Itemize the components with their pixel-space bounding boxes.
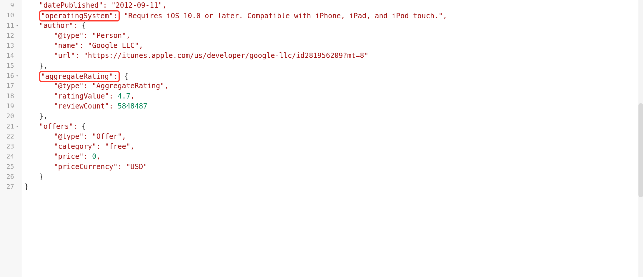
code-line[interactable]: "category": "free", xyxy=(24,141,644,151)
code-line[interactable]: } xyxy=(24,182,644,192)
line-number-value: 21 xyxy=(6,121,14,131)
fold-toggle-icon[interactable]: ▾ xyxy=(15,121,18,131)
json-key: "reviewCount" xyxy=(54,102,109,110)
json-punct: , xyxy=(164,82,169,90)
json-brace: }, xyxy=(39,62,48,70)
code-line[interactable]: "reviewCount": 5848487 xyxy=(24,101,644,111)
code-line[interactable]: "offers": { xyxy=(24,121,644,131)
line-number-value: 18 xyxy=(6,91,14,101)
line-number-value: 20 xyxy=(6,111,14,121)
json-punct: , xyxy=(96,152,101,161)
code-editor[interactable]: 91011▾1213141516▾1718192021▾222324252627… xyxy=(0,0,644,277)
json-key: "@type" xyxy=(54,82,84,90)
line-number: 18 xyxy=(2,91,18,101)
json-brace: { xyxy=(124,72,128,81)
line-number-value: 14 xyxy=(6,51,14,61)
line-number: 24 xyxy=(2,151,18,161)
line-number-value: 23 xyxy=(6,141,14,151)
json-key: "aggregateRating" xyxy=(41,72,113,81)
json-value: "Offer" xyxy=(92,132,122,141)
json-value: "https://itunes.apple.com/us/developer/g… xyxy=(84,51,368,60)
line-number-value: 9 xyxy=(10,0,14,10)
line-number-value: 26 xyxy=(6,172,14,182)
fold-toggle-icon[interactable]: ▾ xyxy=(15,21,18,31)
json-key: "@type" xyxy=(54,31,84,40)
json-key: "url" xyxy=(54,51,75,60)
code-line[interactable]: "url": "https://itunes.apple.com/us/deve… xyxy=(24,51,644,61)
code-line[interactable]: }, xyxy=(24,111,644,121)
highlight-box: "operatingSystem": xyxy=(39,10,120,21)
line-number: 16▾ xyxy=(2,71,18,81)
json-punct: , xyxy=(162,1,167,9)
code-line[interactable]: "price": 0, xyxy=(24,151,644,161)
code-line[interactable]: "aggregateRating": { xyxy=(24,71,644,81)
json-key: "author" xyxy=(39,21,73,30)
json-brace: }, xyxy=(39,112,48,120)
json-value: "Requires iOS 10.0 or later. Compatible … xyxy=(124,12,443,20)
line-number-value: 27 xyxy=(6,182,14,192)
line-number: 26 xyxy=(2,172,18,182)
json-value: "2012-09-11" xyxy=(112,1,162,9)
json-punct: , xyxy=(443,12,447,20)
code-line[interactable]: } xyxy=(24,172,644,182)
code-line[interactable]: "@type": "AggregateRating", xyxy=(24,81,644,91)
json-value: "Person" xyxy=(92,31,126,40)
line-number: 25 xyxy=(2,162,18,172)
line-number-value: 10 xyxy=(6,10,14,20)
json-punct: , xyxy=(122,132,126,141)
code-line[interactable]: "name": "Google LLC", xyxy=(24,41,644,51)
line-number-value: 25 xyxy=(6,162,14,172)
json-key: "name" xyxy=(54,41,79,50)
json-key: "@type" xyxy=(54,132,84,141)
json-punct: , xyxy=(139,41,143,50)
json-value: "USD" xyxy=(126,163,147,171)
json-punct: , xyxy=(130,92,134,100)
code-line[interactable]: "ratingValue": 4.7, xyxy=(24,91,644,101)
line-number: 13 xyxy=(2,41,18,51)
json-key: "price" xyxy=(54,152,84,161)
code-line[interactable]: "priceCurrency": "USD" xyxy=(24,162,644,172)
json-value: "Google LLC" xyxy=(88,41,139,50)
fold-toggle-icon[interactable]: ▾ xyxy=(15,71,18,81)
line-number: 14 xyxy=(2,51,18,61)
line-number-value: 19 xyxy=(6,101,14,111)
json-punct: , xyxy=(126,31,130,40)
line-number: 15 xyxy=(2,61,18,71)
json-brace: } xyxy=(24,183,29,191)
json-value: 5848487 xyxy=(118,102,147,110)
code-line[interactable]: "datePublished": "2012-09-11", xyxy=(24,0,644,10)
highlight-box: "aggregateRating": xyxy=(39,71,120,82)
code-line[interactable]: "author": { xyxy=(24,21,644,31)
scrollbar-thumb[interactable] xyxy=(638,103,643,197)
line-number-value: 13 xyxy=(6,41,14,51)
json-key: "datePublished" xyxy=(39,1,103,9)
line-number: 12 xyxy=(2,31,18,41)
line-number-value: 22 xyxy=(6,131,14,141)
json-punct: , xyxy=(130,142,134,151)
line-number-value: 12 xyxy=(6,31,14,41)
json-brace: { xyxy=(82,21,86,30)
json-value: 4.7 xyxy=(118,92,130,100)
json-value: "AggregateRating" xyxy=(92,82,164,90)
code-line[interactable]: "operatingSystem": "Requires iOS 10.0 or… xyxy=(24,10,644,20)
json-key: "offers" xyxy=(39,122,73,131)
line-number: 20 xyxy=(2,111,18,121)
json-key: "ratingValue" xyxy=(54,92,109,100)
json-key: "operatingSystem" xyxy=(41,12,113,20)
line-number-value: 11 xyxy=(6,21,14,31)
code-line[interactable]: "@type": "Offer", xyxy=(24,131,644,141)
line-number-value: 16 xyxy=(6,71,14,81)
json-brace: } xyxy=(39,173,43,181)
line-number: 9 xyxy=(2,0,18,10)
json-value: "free" xyxy=(105,142,130,151)
line-number: 10 xyxy=(2,10,18,20)
line-number: 27 xyxy=(2,182,18,192)
json-key: "priceCurrency" xyxy=(54,163,118,171)
code-line[interactable]: "@type": "Person", xyxy=(24,31,644,41)
code-line[interactable]: }, xyxy=(24,61,644,71)
line-number-value: 15 xyxy=(6,61,14,71)
code-content[interactable]: "datePublished": "2012-09-11","operating… xyxy=(21,0,644,277)
line-number: 22 xyxy=(2,131,18,141)
line-number: 23 xyxy=(2,141,18,151)
json-value: 0 xyxy=(92,152,96,161)
